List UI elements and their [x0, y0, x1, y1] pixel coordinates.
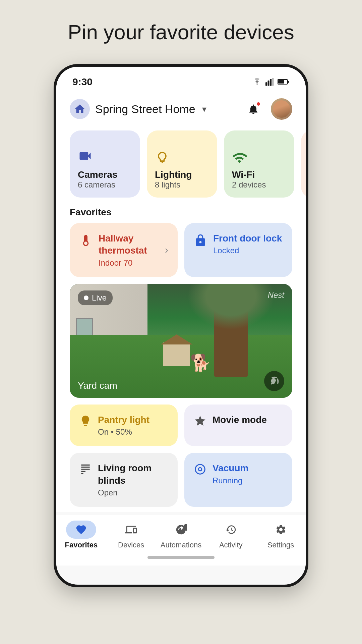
thermostat-status: Indoor 70 — [99, 258, 159, 268]
vacuum-icon — [194, 463, 206, 479]
nav-settings-icon-wrap — [266, 521, 296, 539]
svg-rect-2 — [270, 79, 272, 86]
nav-activity-icon-wrap — [216, 521, 246, 539]
nav-settings-label: Settings — [267, 541, 294, 549]
svg-rect-1 — [268, 80, 269, 86]
svg-rect-5 — [288, 81, 289, 83]
page-title: Pin your favorite devices — [68, 20, 294, 44]
cameras-label: Cameras — [78, 169, 132, 180]
lock-icon — [194, 234, 207, 250]
vacuum-card[interactable]: Vacuum Running — [184, 453, 292, 507]
lock-card[interactable]: Front door lock Locked — [184, 223, 292, 277]
status-time: 9:30 — [72, 76, 93, 88]
app-content: Spring Street Home ▾ Cameras — [56, 92, 306, 512]
wifi-sub: 2 devices — [232, 180, 286, 190]
vacuum-name: Vacuum — [213, 462, 248, 474]
settings-nav-icon — [275, 524, 287, 535]
live-badge: Live — [78, 290, 113, 305]
app-header: Spring Street Home ▾ — [56, 92, 306, 128]
automations-nav-icon — [175, 524, 187, 535]
pantry-name: Pantry light — [98, 414, 149, 426]
wifi-label: Wi-Fi — [232, 169, 286, 180]
home-selector[interactable]: Spring Street Home ▾ — [70, 99, 206, 119]
home-indicator — [56, 552, 306, 566]
camera-off-button[interactable] — [264, 371, 284, 391]
movie-name: Movie mode — [213, 414, 267, 426]
lock-info: Front door lock Locked — [213, 232, 283, 255]
blinds-info: Living room blinds Open — [98, 462, 168, 497]
thermostat-card[interactable]: Hallway thermostat Indoor 70 › — [70, 223, 178, 277]
favorites-nav-icon — [75, 524, 87, 535]
category-card-extra[interactable] — [301, 130, 306, 198]
wifi-category-icon — [232, 151, 286, 167]
devices-nav-icon — [125, 524, 137, 535]
category-card-lighting[interactable]: Lighting 8 lights — [147, 130, 217, 198]
notification-bell-button[interactable] — [244, 100, 263, 118]
bottom-nav: Favorites Devices Automations Activity — [56, 515, 306, 552]
cameras-icon — [78, 149, 132, 167]
movie-info: Movie mode — [213, 414, 267, 426]
bottom-grid: Pantry light On • 50% Movie mode L — [56, 405, 306, 512]
movie-mode-icon — [194, 415, 206, 430]
nest-brand-label: Nest — [268, 290, 284, 300]
camera-name-label: Yard cam — [78, 380, 117, 391]
lighting-sub: 8 lights — [155, 180, 209, 190]
categories-row: Cameras 6 cameras Lighting 8 lights Wi-F… — [56, 128, 306, 204]
nav-item-automations[interactable]: Automations — [156, 521, 206, 549]
cameras-sub: 6 cameras — [78, 180, 132, 190]
nav-automations-label: Automations — [161, 541, 201, 549]
nav-favorites-label: Favorites — [65, 541, 98, 549]
header-actions — [244, 98, 292, 120]
lock-name: Front door lock — [213, 232, 283, 245]
nav-activity-label: Activity — [219, 541, 243, 549]
phone-frame: 9:30 Spring Street Home ▾ — [54, 64, 308, 587]
camera-doghouse — [163, 342, 190, 366]
avatar[interactable] — [271, 98, 292, 120]
category-card-wifi[interactable]: Wi-Fi 2 devices — [224, 130, 294, 198]
lighting-label: Lighting — [155, 169, 209, 180]
nav-favorites-icon-wrap — [66, 521, 96, 539]
battery-icon — [278, 78, 290, 86]
blinds-status: Open — [98, 488, 168, 497]
activity-nav-icon — [225, 524, 237, 535]
nav-item-favorites[interactable]: Favorites — [56, 521, 106, 549]
nav-devices-label: Devices — [118, 541, 144, 549]
signal-icon — [265, 78, 274, 86]
thermostat-icon — [79, 234, 93, 250]
blinds-icon — [79, 463, 92, 479]
live-label: Live — [92, 293, 107, 303]
vacuum-info: Vacuum Running — [213, 462, 248, 485]
pantry-status: On • 50% — [98, 427, 149, 437]
nav-devices-icon-wrap — [116, 521, 146, 539]
home-name-text: Spring Street Home — [95, 103, 195, 116]
favorites-section-label: Favorites — [56, 204, 306, 223]
camera-card[interactable]: 🐕 Live Nest Yard cam — [70, 284, 292, 398]
svg-rect-0 — [265, 82, 267, 86]
svg-rect-3 — [272, 78, 274, 86]
home-icon — [70, 99, 90, 119]
pantry-light-card[interactable]: Pantry light On • 50% — [70, 405, 178, 446]
movie-mode-card[interactable]: Movie mode — [184, 405, 292, 446]
camera-overlay-bottom: Yard cam — [70, 364, 292, 398]
home-bar — [147, 556, 215, 559]
nav-automations-icon-wrap — [166, 521, 196, 539]
status-bar: 9:30 — [56, 67, 306, 92]
category-card-cameras[interactable]: Cameras 6 cameras — [70, 130, 140, 198]
status-icons — [252, 78, 290, 86]
nav-item-activity[interactable]: Activity — [206, 521, 256, 549]
vacuum-status: Running — [213, 476, 248, 485]
lighting-icon — [155, 151, 209, 167]
lock-status: Locked — [213, 246, 283, 255]
pantry-icon — [79, 415, 92, 430]
pantry-info: Pantry light On • 50% — [98, 414, 149, 437]
svg-rect-6 — [278, 80, 284, 84]
notification-dot — [256, 102, 261, 106]
nav-item-devices[interactable]: Devices — [106, 521, 156, 549]
camera-overlay-top: Live Nest — [70, 284, 292, 312]
avatar-image — [273, 100, 290, 118]
nav-item-settings[interactable]: Settings — [256, 521, 306, 549]
favorites-grid: Hallway thermostat Indoor 70 › Front doo… — [56, 223, 306, 284]
wifi-icon — [252, 78, 262, 86]
blinds-card[interactable]: Living room blinds Open — [70, 453, 178, 507]
blinds-name: Living room blinds — [98, 462, 168, 487]
